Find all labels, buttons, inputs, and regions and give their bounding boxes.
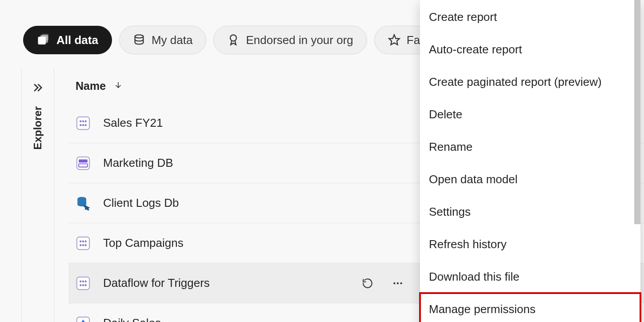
- svg-point-10: [80, 124, 82, 126]
- sort-desc-icon: [114, 80, 123, 93]
- svg-point-23: [82, 244, 84, 246]
- filter-all-data[interactable]: All data: [23, 26, 112, 54]
- svg-point-28: [84, 280, 87, 282]
- svg-point-9: [84, 120, 87, 122]
- svg-point-27: [82, 280, 84, 282]
- star-icon: [388, 34, 400, 46]
- refresh-button[interactable]: [352, 263, 383, 303]
- svg-rect-2: [42, 34, 48, 40]
- item-name: Sales FY21: [103, 116, 163, 130]
- svg-point-19: [80, 240, 82, 242]
- filter-my-data-label: My data: [152, 33, 193, 47]
- svg-point-32: [393, 282, 395, 284]
- svg-rect-14: [79, 159, 88, 162]
- database-icon: [133, 34, 145, 46]
- datamart-icon: [76, 156, 91, 171]
- explorer-label: Explorer: [32, 106, 44, 149]
- menu-item-auto-create-report[interactable]: Auto-create report: [420, 33, 640, 66]
- item-name: Client Logs Db: [103, 196, 179, 210]
- svg-point-31: [84, 284, 87, 286]
- svg-point-3: [135, 35, 144, 38]
- svg-point-33: [397, 282, 399, 284]
- menu-item-settings[interactable]: Settings: [420, 196, 640, 228]
- svg-point-22: [80, 244, 82, 246]
- svg-point-30: [82, 284, 84, 286]
- expand-icon[interactable]: [32, 81, 44, 94]
- menu-item-manage-permissions[interactable]: Manage permissions: [420, 293, 640, 322]
- scrollbar-track[interactable]: [634, 0, 640, 224]
- filter-favorites-label: Fa: [407, 33, 420, 47]
- item-name: Daily Sales: [103, 316, 161, 322]
- more-button[interactable]: [383, 263, 413, 303]
- row-actions: [352, 263, 413, 303]
- svg-point-20: [82, 240, 84, 242]
- menu-item-rename[interactable]: Rename: [420, 131, 640, 163]
- dataset-icon: [76, 236, 91, 251]
- dataset-icon: [76, 276, 91, 291]
- svg-point-11: [82, 124, 84, 126]
- dataset-icon: [76, 116, 91, 131]
- item-name: Dataflow for Triggers: [103, 276, 210, 290]
- svg-marker-5: [389, 35, 399, 44]
- item-name: Marketing DB: [103, 156, 173, 170]
- item-name: Top Campaigns: [103, 236, 184, 250]
- svg-point-34: [400, 282, 402, 284]
- menu-item-open-data-model[interactable]: Open data model: [420, 163, 640, 196]
- svg-point-26: [80, 280, 82, 282]
- menu-item-refresh-history[interactable]: Refresh history: [420, 228, 640, 261]
- svg-rect-6: [77, 117, 89, 129]
- ribbon-icon: [227, 34, 240, 46]
- stack-icon: [37, 33, 50, 47]
- filter-all-data-label: All data: [56, 33, 98, 47]
- svg-point-4: [230, 35, 236, 41]
- svg-point-24: [84, 244, 87, 246]
- db-icon: [76, 196, 91, 211]
- column-header-name-label: Name: [76, 80, 106, 93]
- svg-point-12: [84, 124, 87, 126]
- menu-item-download-this-file[interactable]: Download this file: [420, 261, 640, 293]
- svg-rect-15: [79, 164, 88, 167]
- svg-point-29: [80, 284, 82, 286]
- svg-point-21: [84, 240, 87, 242]
- context-menu: Create reportAuto-create reportCreate pa…: [420, 0, 640, 322]
- menu-item-create-report[interactable]: Create report: [420, 1, 640, 33]
- menu-items: Create reportAuto-create reportCreate pa…: [420, 1, 640, 322]
- filter-my-data[interactable]: My data: [119, 26, 207, 54]
- menu-item-create-paginated-report-preview[interactable]: Create paginated report (preview): [420, 66, 640, 98]
- svg-point-7: [80, 120, 82, 122]
- scrollbar-thumb[interactable]: [634, 0, 640, 224]
- svg-rect-13: [77, 157, 89, 169]
- svg-rect-18: [77, 237, 89, 249]
- svg-point-8: [82, 120, 84, 122]
- explorer-rail: Explorer: [21, 69, 54, 322]
- menu-item-delete[interactable]: Delete: [420, 98, 640, 131]
- svg-rect-25: [77, 277, 89, 289]
- kpi-icon: [76, 316, 91, 322]
- filter-endorsed[interactable]: Endorsed in your org: [213, 26, 367, 54]
- filter-endorsed-label: Endorsed in your org: [246, 33, 353, 47]
